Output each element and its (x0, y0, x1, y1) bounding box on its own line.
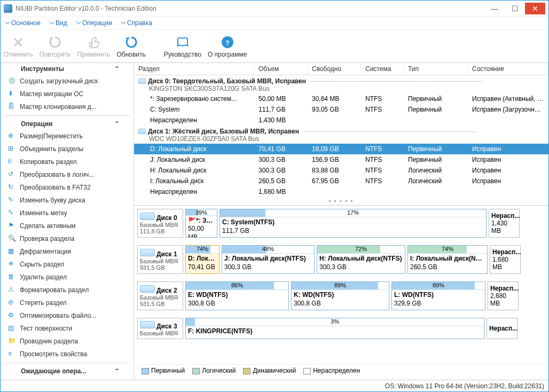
sidebar-op-item[interactable]: ⚠Форматировать раздел (1, 284, 134, 296)
sidebar-item-label: Копировать раздел (20, 158, 77, 166)
sidebar-op-item[interactable]: ≡Просмотреть свойства (1, 348, 134, 360)
partition-block[interactable]: 39% 🚩*: За...50,00 MB (185, 209, 217, 238)
undo-button[interactable]: Отменить (4, 35, 33, 58)
disk-info[interactable]: Диск 0 Базовый MBR 111,8 GB (137, 209, 183, 238)
col-name[interactable]: Раздел (134, 63, 254, 75)
menu-help[interactable]: Справка (117, 18, 155, 28)
operations-section-header[interactable]: Операции⌃ (1, 118, 134, 130)
manual-button[interactable]: Руководство (164, 35, 201, 58)
splitter-handle[interactable]: ••••• (134, 211, 135, 222)
sidebar-op-item[interactable]: ⊘Стереть раздел (1, 296, 134, 309)
partition-row[interactable]: Нераспределен 1,680 MB (134, 186, 548, 197)
sidebar-tool-item[interactable]: ⬇Мастер миграции ОС (1, 88, 134, 100)
sidebar-op-item[interactable]: ✎Изменить букву диска (1, 194, 134, 207)
menu-operations[interactable]: Операции (73, 18, 115, 28)
partition-fs (361, 115, 404, 125)
legend-unallocated: Нераспределен (303, 367, 360, 374)
col-status[interactable]: Состояние (468, 63, 548, 75)
partition-block[interactable]: 74% I: Локальный диск(NTF...260,5 GB (407, 245, 488, 274)
sidebar-item-label: Изменить букву диска (20, 197, 85, 204)
disk-name: Диск 2 (156, 287, 177, 294)
sidebar-tool-item[interactable]: 🗄Мастер клонирования д... (1, 100, 134, 113)
usage-percent: 74% (197, 246, 208, 252)
disk-header[interactable]: Диск 0: Твердотельный, Базовый MBR, Испр… (134, 75, 548, 93)
col-free[interactable]: Свободно (308, 63, 361, 75)
partition-row[interactable]: D: Локальный диск 70,41 GB 18,09 GB NTFS… (134, 144, 548, 154)
partition-row[interactable]: *: Зарезервировано систем... 50,00 MB 30… (134, 93, 548, 104)
sidebar-op-item[interactable]: ⚙Оптимизировать файло... (1, 309, 134, 322)
partition-fs (361, 187, 404, 197)
maximize-button[interactable]: ☐ (505, 3, 525, 14)
sidebar-op-item[interactable]: ⊕Размер|Переместить (1, 130, 134, 143)
partition-row[interactable]: I: Локальный диск 260,5 GB 67,95 GB NTFS… (134, 176, 548, 186)
partition-row[interactable]: Нераспределен 1,430 MB (134, 115, 548, 126)
partition-block[interactable]: 86% E: WD(NTFS)300,8 GB (185, 281, 289, 310)
partition-free: 67,95 GB (308, 176, 361, 186)
partition-block[interactable]: 3% F: KINGPRICE(NTFS) (185, 318, 484, 339)
col-filesystem[interactable]: Система (361, 63, 404, 75)
sidebar-op-item[interactable]: ⊞Объединить разделы (1, 143, 134, 155)
block-name: D: Лока... (188, 255, 217, 263)
partition-row[interactable]: J: Локальный диск 300,3 GB 156,9 GB NTFS… (134, 154, 548, 165)
sidebar-op-item[interactable]: 🔍Проверка раздела (1, 232, 134, 245)
chevron-down-icon (121, 20, 126, 26)
partition-block[interactable]: 89% K: WD(NTFS)300,8 GB (291, 281, 389, 310)
partition-row[interactable]: H: Локальный диск 300,3 GB 83,88 GB NTFS… (134, 165, 548, 176)
operation-icon: ≡ (8, 350, 17, 358)
unallocated-block[interactable]: Нерасп...1,430 MB (489, 209, 520, 238)
menu-main[interactable]: Основное (2, 18, 44, 28)
apply-button[interactable]: Применить (77, 35, 110, 58)
unallocated-block[interactable]: Нерасп...1,680 MB (490, 245, 521, 274)
menu-view[interactable]: Вид (46, 18, 70, 28)
sidebar-op-item[interactable]: ↺Преобразовать в логич... (1, 168, 134, 181)
operation-icon: ✎ (8, 209, 17, 217)
about-button[interactable]: ?О программе (208, 35, 247, 58)
partition-status (468, 187, 548, 197)
sidebar-tool-item[interactable]: 💿Создать загрузочный диск (1, 75, 134, 88)
usage-bar: 86% (186, 282, 288, 290)
col-type[interactable]: Тип (404, 63, 468, 75)
sidebar-op-item[interactable]: ↻Преобразовать в FAT32 (1, 181, 134, 194)
partition-block[interactable]: 17% C: System(NTFS)111,7 GB (219, 209, 487, 238)
chevron-up-icon: ⌃ (114, 65, 120, 73)
sidebar-item-label: Просмотреть свойства (20, 350, 87, 358)
unallocated-block[interactable]: Нерасп... (487, 318, 517, 339)
refresh-button[interactable]: Обновить (116, 35, 145, 58)
sidebar-item-label: Стереть раздел (20, 299, 66, 307)
sidebar-op-item[interactable]: ▦Дефрагментация (1, 245, 134, 258)
sidebar-item-label: Скрыть раздел (20, 261, 64, 268)
sidebar-op-item[interactable]: ✎Изменить метку (1, 207, 134, 219)
partition-block[interactable]: 89% L: WD(NTFS)329,9 GB (391, 281, 485, 310)
list-overflow-indicator: • • • • • (134, 197, 548, 205)
sidebar-op-item[interactable]: 🗑Удалить раздел (1, 271, 134, 284)
tools-section-header[interactable]: Инструменты⌃ (1, 63, 134, 75)
pending-section-header[interactable]: Ожидающие опера...⌃ (1, 365, 134, 377)
block-size: 300,8 GB (294, 300, 387, 308)
partition-type (404, 115, 468, 125)
partition-block[interactable]: 72% H: Локальный диск(NTFS)300,3 GB (317, 245, 405, 274)
disk-header[interactable]: Диск 1: Жёсткий диск, Базовый MBR, Испра… (134, 126, 548, 144)
disk-info[interactable]: Диск 1 Базовый MBR 931,5 GB (137, 245, 183, 274)
sidebar-op-item[interactable]: ▤Тест поверхности (1, 322, 134, 335)
partition-row[interactable]: C: System 111,7 GB 93,05 GB NTFS Первичн… (134, 104, 548, 115)
minimize-button[interactable]: — (484, 3, 505, 14)
sidebar-op-item[interactable]: 📁Проводник раздела (1, 335, 134, 348)
operation-icon: ▦ (8, 247, 17, 256)
col-volume[interactable]: Объем (254, 63, 308, 75)
partition-block[interactable]: 74% D: Лока...70,41 GB (185, 245, 219, 274)
sidebar-op-item[interactable]: ⎘Копировать раздел (1, 155, 134, 168)
disk-info[interactable]: Диск 3 Базовый MBR (137, 318, 183, 339)
partition-volume: 260,5 GB (254, 176, 308, 186)
usage-percent: 89% (334, 282, 346, 288)
sidebar-op-item[interactable]: ⚑Сделать активным (1, 219, 134, 232)
partition-volume: 70,41 GB (254, 144, 308, 154)
unallocated-block[interactable]: Нерасп...2,680 MB (488, 281, 519, 310)
disk-title: Диск 1: Жёсткий диск, Базовый MBR, Испра… (148, 128, 299, 135)
block-size: 1,430 MB (491, 219, 517, 234)
sidebar-op-item[interactable]: 👁Скрыть раздел (1, 258, 134, 271)
close-button[interactable]: ✕ (525, 3, 545, 14)
disk-info[interactable]: Диск 2 Базовый MBR 931,5 GB (137, 281, 183, 310)
redo-button[interactable]: Повторить (40, 35, 71, 58)
partition-block[interactable]: 48% J: Локальный диск(NTFS)300,3 GB (222, 245, 315, 274)
block-name: H: Локальный диск(NTFS) (319, 255, 403, 263)
